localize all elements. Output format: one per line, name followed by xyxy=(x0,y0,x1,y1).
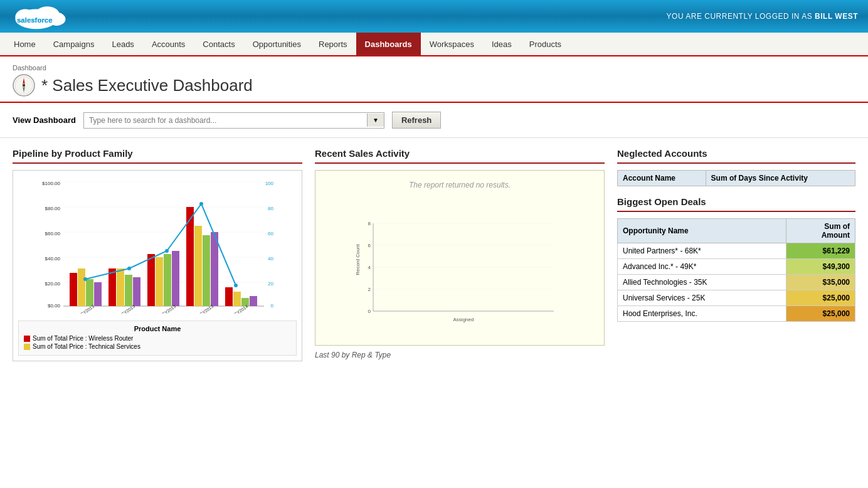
neglected-accounts-section: Neglected Accounts Account Name Sum of D… xyxy=(617,148,855,186)
nav-accounts[interactable]: Accounts xyxy=(143,33,194,55)
svg-text:$100.00: $100.00 xyxy=(42,181,60,186)
page-title: * Sales Executive Dashboard xyxy=(41,76,253,95)
logo-area: salesforce salesforce xyxy=(10,3,79,30)
legend-title: Product Name xyxy=(24,325,291,332)
right-panels: Neglected Accounts Account Name Sum of D… xyxy=(617,148,855,361)
activity-chart-container: The report returned no results. Record C… xyxy=(315,170,605,346)
deals-row-amount: $49,300 xyxy=(786,259,855,275)
page-header: Dashboard * Sales Executive Dashboard xyxy=(0,56,868,103)
svg-text:salesforce: salesforce xyxy=(17,16,53,24)
svg-rect-42 xyxy=(194,226,202,306)
nav-workspaces[interactable]: Workspaces xyxy=(421,33,483,55)
top-bar: salesforce salesforce YOU ARE CURRENTLY … xyxy=(0,0,868,33)
svg-point-49 xyxy=(83,277,87,281)
nav-campaigns[interactable]: Campaigns xyxy=(45,33,103,55)
svg-text:60: 60 xyxy=(268,231,273,236)
svg-rect-40 xyxy=(172,251,179,306)
svg-text:$80.00: $80.00 xyxy=(45,206,61,211)
svg-point-50 xyxy=(127,267,131,270)
svg-text:0: 0 xyxy=(271,303,274,309)
svg-rect-48 xyxy=(250,296,257,306)
accounts-col-name: Account Name xyxy=(618,171,706,186)
svg-rect-35 xyxy=(125,275,132,306)
svg-rect-34 xyxy=(117,268,124,306)
salesforce-logo: salesforce salesforce xyxy=(10,3,79,30)
view-dashboard-label: View Dashboard xyxy=(13,115,76,125)
nav-home[interactable]: Home xyxy=(5,33,45,55)
nav-opportunities[interactable]: Opportunities xyxy=(244,33,310,55)
accounts-table-header: Account Name Sum of Days Since Activity xyxy=(618,171,855,186)
svg-text:100: 100 xyxy=(265,181,274,186)
svg-point-10 xyxy=(23,84,25,87)
svg-text:6: 6 xyxy=(368,243,371,248)
deals-table-row: Universal Services - 25K $25,000 xyxy=(618,290,855,306)
svg-rect-44 xyxy=(211,232,218,306)
pipeline-chart-container: $100.00 $80.00 $60.00 $40.00 $20.00 $0.0… xyxy=(13,170,302,361)
svg-point-51 xyxy=(165,249,169,253)
svg-text:80: 80 xyxy=(268,206,273,211)
neglected-accounts-title: Neglected Accounts xyxy=(617,148,855,164)
svg-text:$0.00: $0.00 xyxy=(48,303,61,309)
svg-text:8: 8 xyxy=(368,221,371,226)
legend-item-1: Sum of Total Price : Wireless Router xyxy=(24,335,291,342)
deals-row-name: Advanced Inc.* - 49K* xyxy=(618,259,786,275)
pipeline-panel: Pipeline by Product Family $100.00 $80.0… xyxy=(13,148,302,361)
nav-ideas[interactable]: Ideas xyxy=(483,33,521,55)
deals-table-row: United Partners* - 68K* $61,229 xyxy=(618,243,855,259)
deals-row-name: Universal Services - 25K xyxy=(618,290,786,306)
page-title-row: * Sales Executive Dashboard xyxy=(13,74,855,97)
biggest-deals-title: Biggest Open Deals xyxy=(617,196,855,212)
deals-row-amount: $61,229 xyxy=(786,243,855,259)
nav-dashboards[interactable]: Dashboards xyxy=(356,33,421,55)
svg-rect-31 xyxy=(86,279,93,306)
svg-text:0: 0 xyxy=(368,309,371,314)
svg-rect-29 xyxy=(70,273,77,306)
svg-rect-36 xyxy=(133,277,140,306)
svg-text:4: 4 xyxy=(368,265,371,270)
nav-bar: Home Campaigns Leads Accounts Contacts O… xyxy=(0,33,868,56)
deals-table-row: Allied Technologies - 35K $35,000 xyxy=(618,275,855,290)
svg-rect-39 xyxy=(164,254,171,306)
pipeline-chart-svg: $100.00 $80.00 $60.00 $40.00 $20.00 $0.0… xyxy=(18,176,297,314)
svg-point-53 xyxy=(234,284,238,287)
svg-text:20: 20 xyxy=(268,281,273,287)
deals-table-row: Advanced Inc.* - 49K* $49,300 xyxy=(618,259,855,275)
svg-text:40: 40 xyxy=(268,256,273,262)
svg-rect-43 xyxy=(203,235,210,306)
dashboard-content: Pipeline by Product Family $100.00 $80.0… xyxy=(0,138,868,371)
legend-color-2 xyxy=(24,344,30,350)
compass-icon xyxy=(13,74,35,97)
activity-chart-svg: Record Count 0 2 4 6 8 Assigned xyxy=(320,197,599,322)
search-dropdown-button[interactable]: ▼ xyxy=(367,114,384,127)
pipeline-title: Pipeline by Product Family xyxy=(13,148,302,164)
svg-text:$40.00: $40.00 xyxy=(45,256,61,262)
no-results-message: The report returned no results. xyxy=(320,176,599,197)
legend-label-2: Sum of Total Price : Technical Services xyxy=(33,343,140,350)
deals-row-amount: $25,000 xyxy=(786,290,855,306)
legend-item-2: Sum of Total Price : Technical Services xyxy=(24,343,291,350)
biggest-deals-table: Opportunity Name Sum ofAmount United Par… xyxy=(617,218,855,322)
deals-row-amount: $25,000 xyxy=(786,306,855,322)
nav-contacts[interactable]: Contacts xyxy=(194,33,243,55)
svg-rect-30 xyxy=(78,268,85,306)
svg-rect-33 xyxy=(109,268,116,306)
login-info: YOU ARE CURRENTLY LOGGED IN AS BILL WEST xyxy=(667,12,858,21)
deals-row-amount: $35,000 xyxy=(786,275,855,290)
nav-leads[interactable]: Leads xyxy=(103,33,142,55)
deals-row-name: Allied Technologies - 35K xyxy=(618,275,786,290)
nav-products[interactable]: Products xyxy=(521,33,570,55)
svg-text:$60.00: $60.00 xyxy=(45,231,61,236)
refresh-button[interactable]: Refresh xyxy=(392,112,441,129)
toolbar: View Dashboard ▼ Refresh xyxy=(0,103,868,138)
neglected-accounts-table: Account Name Sum of Days Since Activity xyxy=(617,170,855,186)
deals-table-row: Hood Enterprises, Inc. $25,000 xyxy=(618,306,855,322)
legend-color-1 xyxy=(24,336,30,342)
dashboard-search-wrapper: ▼ xyxy=(83,112,384,129)
activity-footer: Last 90 by Rep & Type xyxy=(315,351,605,359)
svg-rect-37 xyxy=(147,254,155,306)
recent-sales-panel: Recent Sales Activity The report returne… xyxy=(315,148,605,361)
svg-rect-32 xyxy=(94,282,102,306)
biggest-deals-section: Biggest Open Deals Opportunity Name Sum … xyxy=(617,196,855,322)
dashboard-search-input[interactable] xyxy=(84,113,367,128)
nav-reports[interactable]: Reports xyxy=(310,33,356,55)
